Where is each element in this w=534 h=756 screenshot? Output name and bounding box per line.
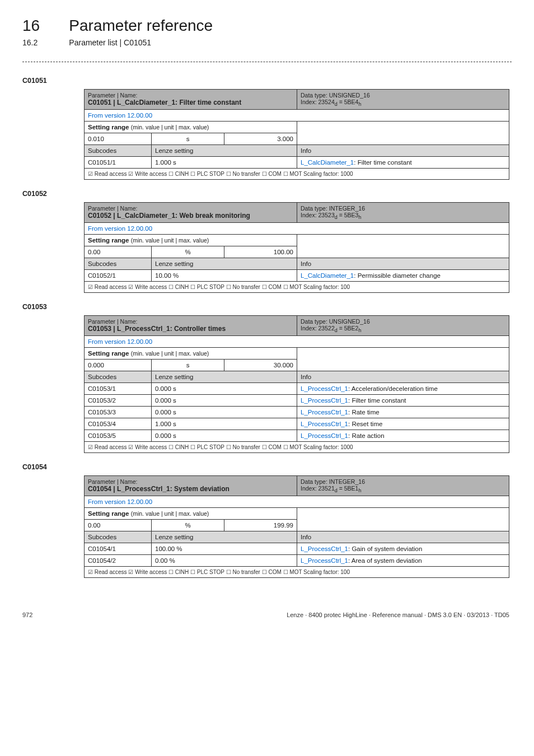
table-row: C01051/1 1.000 s L_CalcDiameter_1: Filte… (85, 157, 509, 169)
param-header-label: Parameter | Name: (88, 478, 138, 485)
index-value: Index: 23524d = 5BE4h (301, 99, 361, 105)
data-type: Data type: INTEGER_16 (301, 205, 365, 212)
info-link[interactable]: L_ProcessCtrl_1 (301, 557, 348, 564)
section-title: Parameter list | C01051 (69, 35, 151, 47)
max-value: 199.99 (224, 520, 297, 531)
info-link[interactable]: L_ProcessCtrl_1 (301, 409, 348, 416)
setting-range-label: Setting range (88, 237, 131, 244)
min-value: 0.000 (85, 360, 152, 371)
param-name: C01052 | L_CalcDiameter_1: Web break mon… (88, 212, 250, 220)
unit-value: % (152, 246, 224, 258)
data-type: Data type: UNSIGNED_16 (301, 318, 370, 325)
data-type: Data type: UNSIGNED_16 (301, 92, 370, 99)
min-value: 0.00 (85, 520, 152, 531)
param-table-c01052: Parameter | Name: C01052 | L_CalcDiamete… (84, 202, 509, 293)
min-value: 0.00 (85, 246, 152, 258)
info-link[interactable]: L_ProcessCtrl_1 (301, 432, 348, 439)
info-link[interactable]: L_CalcDiameter_1 (301, 159, 354, 166)
max-value: 30.000 (224, 360, 297, 371)
section-number: 16.2 (22, 35, 67, 47)
unit-value: s (152, 133, 224, 145)
setting-range-label: Setting range (88, 350, 131, 357)
lenze-setting-header: Lenze setting (152, 145, 297, 157)
max-value: 100.00 (224, 246, 297, 258)
unit-value: s (152, 360, 224, 371)
param-anchor: C01054 (22, 463, 512, 471)
param-name: C01053 | L_ProcessCtrl_1: Controller tim… (88, 325, 226, 333)
table-row: C01053/1 0.000 s L_ProcessCtrl_1: Accele… (85, 383, 509, 395)
divider (22, 62, 512, 62)
info-header: Info (297, 145, 509, 157)
info-header: Info (297, 258, 509, 270)
table-row: C01054/1 100.00 % L_ProcessCtrl_1: Gain … (85, 543, 509, 555)
param-table-c01051: Parameter | Name: C01051 | L_CalcDiamete… (84, 89, 509, 180)
index-value: Index: 23522d = 5BE2h (301, 325, 361, 332)
index-value: Index: 23521d = 5BE1h (301, 485, 361, 492)
table-row: C01052/1 10.00 % L_CalcDiameter_1: Permi… (85, 270, 509, 282)
min-value: 0.010 (85, 133, 152, 145)
page-number: 972 (22, 612, 32, 618)
version-link[interactable]: From version 12.00.00 (88, 498, 152, 505)
lenze-setting-header: Lenze setting (152, 258, 297, 270)
subcodes-header: Subcodes (85, 145, 152, 157)
subcodes-header: Subcodes (85, 371, 152, 383)
chapter-number: 16 (22, 17, 67, 35)
table-row: C01053/5 0.000 s L_ProcessCtrl_1: Rate a… (85, 430, 509, 442)
param-name: C01054 | L_ProcessCtrl_1: System deviati… (88, 485, 229, 493)
param-header-label: Parameter | Name: (88, 205, 138, 212)
subcodes-header: Subcodes (85, 531, 152, 543)
info-link[interactable]: L_ProcessCtrl_1 (301, 397, 348, 404)
footer-text: Lenze · 8400 protec HighLine · Reference… (287, 612, 509, 618)
param-header-label: Parameter | Name: (88, 318, 138, 325)
access-footer: ☑ Read access ☑ Write access ☐ CINH ☐ PL… (88, 284, 350, 290)
table-row: C01053/2 0.000 s L_ProcessCtrl_1: Filter… (85, 395, 509, 407)
version-link[interactable]: From version 12.00.00 (88, 225, 152, 232)
access-footer: ☑ Read access ☑ Write access ☐ CINH ☐ PL… (88, 444, 353, 450)
unit-value: % (152, 520, 224, 531)
data-type: Data type: INTEGER_16 (301, 478, 365, 485)
lenze-setting-header: Lenze setting (152, 371, 297, 383)
param-anchor: C01053 (22, 303, 512, 311)
access-footer: ☑ Read access ☑ Write access ☐ CINH ☐ PL… (88, 569, 350, 575)
max-value: 3.000 (224, 133, 297, 145)
param-anchor: C01051 (22, 77, 512, 85)
info-link[interactable]: L_CalcDiameter_1 (301, 272, 354, 279)
info-link[interactable]: L_ProcessCtrl_1 (301, 385, 348, 392)
param-name: C01051 | L_CalcDiameter_1: Filter time c… (88, 99, 241, 106)
access-footer: ☑ Read access ☑ Write access ☐ CINH ☐ PL… (88, 171, 353, 177)
chapter-title: Parameter reference (69, 17, 213, 35)
page-header: 16 Parameter reference 16.2 Parameter li… (22, 17, 512, 47)
table-row: C01054/2 0.00 % L_ProcessCtrl_1: Area of… (85, 555, 509, 567)
info-header: Info (297, 371, 509, 383)
index-value: Index: 23523d = 5BE3h (301, 212, 361, 218)
info-header: Info (297, 531, 509, 543)
info-link[interactable]: L_ProcessCtrl_1 (301, 545, 348, 552)
param-header-label: Parameter | Name: (88, 92, 138, 99)
param-table-c01053: Parameter | Name: C01053 | L_ProcessCtrl… (84, 315, 509, 453)
version-link[interactable]: From version 12.00.00 (88, 112, 152, 119)
info-link[interactable]: L_ProcessCtrl_1 (301, 421, 348, 427)
param-anchor: C01052 (22, 190, 512, 198)
param-table-c01054: Parameter | Name: C01054 | L_ProcessCtrl… (84, 475, 509, 578)
page-footer: 972 Lenze · 8400 protec HighLine · Refer… (22, 612, 509, 618)
setting-range-label: Setting range (88, 510, 131, 517)
subcodes-header: Subcodes (85, 258, 152, 270)
version-link[interactable]: From version 12.00.00 (88, 338, 152, 345)
lenze-setting-header: Lenze setting (152, 531, 297, 543)
table-row: C01053/3 0.000 s L_ProcessCtrl_1: Rate t… (85, 407, 509, 418)
setting-range-label: Setting range (88, 124, 131, 130)
table-row: C01053/4 1.000 s L_ProcessCtrl_1: Reset … (85, 418, 509, 430)
